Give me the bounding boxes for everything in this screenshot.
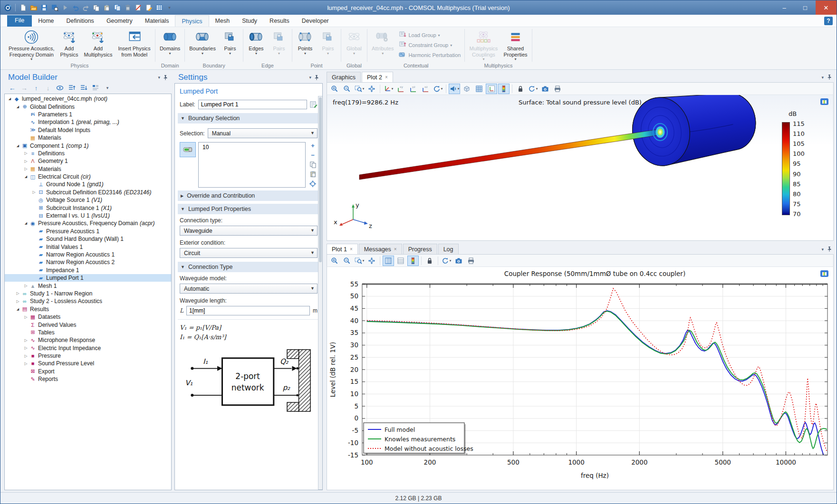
ribbon-button-points[interactable]: Points▾ <box>294 28 316 62</box>
tree-node-pressure-acoustics-1[interactable]: ▰Pressure Acoustics 1 <box>5 228 171 235</box>
play-icon[interactable] <box>60 3 69 12</box>
maximize-button[interactable]: □ <box>795 0 816 15</box>
disclosure-icon[interactable]: ▷ <box>23 167 29 171</box>
print-button[interactable] <box>465 256 477 266</box>
zoom-out-button[interactable] <box>341 84 353 94</box>
zoom-extents-button[interactable] <box>366 84 377 94</box>
copy-icon[interactable] <box>309 161 317 168</box>
tree-node-microphone-response[interactable]: ▷∿Microphone Response <box>5 336 171 344</box>
tab-close-icon[interactable]: × <box>394 247 397 252</box>
plot-1d-canvas[interactable]: -15-10-505101520253035404550551002005001… <box>327 267 834 490</box>
label-input[interactable] <box>198 100 307 109</box>
tree-node-pressure[interactable]: ▷■Pressure <box>5 352 171 360</box>
tree-node-study-1-narrow-region[interactable]: ▷∞Study 1 - Narrow Region <box>5 290 171 297</box>
tree-node-interpolation-1[interactable]: ∿Interpolation 1(preal, pimag, ...) <box>5 118 171 126</box>
tree-node-datasets[interactable]: ▷▦Datasets <box>5 313 171 321</box>
section-lumped-port-properties[interactable]: ▼ Lumped Port Properties <box>178 204 319 214</box>
back-icon[interactable]: ← <box>8 84 17 92</box>
open-file-icon[interactable] <box>29 3 38 12</box>
collapse-all-icon[interactable] <box>79 84 88 92</box>
tree-node-sound-hard-boundary-wall-1[interactable]: ▰Sound Hard Boundary (Wall) 1 <box>5 235 171 243</box>
tree-node-impedance-1[interactable]: ▰Impedance 1 <box>5 266 171 274</box>
ribbon-button-boundaries[interactable]: Boundaries▾ <box>187 28 218 62</box>
disclosure-icon[interactable]: ▷ <box>23 284 29 288</box>
lock-button[interactable] <box>515 84 526 94</box>
panel-menu-icon[interactable]: ▾ <box>821 75 824 80</box>
redo-icon[interactable] <box>81 3 90 12</box>
ribbon-button-insert-physics-from-model[interactable]: Insert Physics from Model <box>115 28 153 62</box>
crosshair-icon[interactable] <box>309 180 317 187</box>
disclosure-icon[interactable]: ◢ <box>23 221 29 225</box>
pin-icon[interactable] <box>827 73 832 82</box>
menu-tab-developer[interactable]: Developer <box>296 15 335 27</box>
graphics-3d-canvas[interactable]: freq(179)=9286.2 Hz Surface: Total sound… <box>327 95 834 241</box>
menu-tab-materials[interactable]: Materials <box>139 15 175 27</box>
add-icon[interactable]: + <box>309 142 317 149</box>
tree-node-tables[interactable]: ⊞Tables <box>5 329 171 336</box>
selection-item[interactable]: 10 <box>202 144 301 151</box>
rotate-button[interactable]: ▾ <box>432 84 443 94</box>
disclosure-icon[interactable]: ▷ <box>23 159 29 163</box>
tree-node-results[interactable]: ◢▤Results <box>5 305 171 313</box>
xgrid-button[interactable] <box>383 256 394 266</box>
selection-active-toggle[interactable] <box>180 142 196 157</box>
tree-node-pressure-acoustics-frequency-domain[interactable]: ◢◉Pressure Acoustics, Frequency Domain(a… <box>5 219 171 227</box>
section-override[interactable]: ▶ Override and Contribution <box>178 190 319 201</box>
waveguide-model-combo[interactable]: Automatic ▼ <box>180 284 317 294</box>
menu-tab-home[interactable]: Home <box>32 15 60 27</box>
tree-node-subcircuit-instance-1[interactable]: ⊞Subcircuit Instance 1(X1) <box>5 204 171 211</box>
disclosure-icon[interactable]: ▷ <box>15 291 21 295</box>
tab-close-icon[interactable]: × <box>350 247 353 252</box>
orient-button[interactable] <box>486 84 497 94</box>
print-button[interactable] <box>552 84 563 94</box>
move-up-icon[interactable]: ↑ <box>32 84 40 92</box>
show-icon[interactable] <box>56 84 64 92</box>
panel-menu-icon[interactable]: ▾ <box>309 75 311 80</box>
ribbon-button-add-physics[interactable]: Add Physics <box>58 28 81 62</box>
disclosure-icon[interactable]: ▷ <box>23 354 29 358</box>
tree-node-derived-values[interactable]: ΣDerived Values <box>5 321 171 328</box>
pin-icon[interactable] <box>163 75 168 80</box>
disclosure-icon[interactable]: ▷ <box>15 299 21 304</box>
tree-node-voltage-source-1[interactable]: ◎Voltage Source 1(V1) <box>5 196 171 204</box>
node-text-icon[interactable] <box>91 84 100 92</box>
tree-node-sound-pressure-level[interactable]: ▷■Sound Pressure Level <box>5 360 171 367</box>
tab-plot-1[interactable]: Plot 1× <box>327 244 358 254</box>
tree-node-materials[interactable]: ▷▦Materials <box>5 165 171 173</box>
lock-button[interactable] <box>424 256 435 266</box>
selection-combo[interactable]: Manual ▼ <box>208 128 317 138</box>
dropdown-small-icon[interactable]: ▾ <box>103 84 112 92</box>
selection-list[interactable]: 10 <box>198 142 306 188</box>
close-button[interactable]: ✕ <box>816 0 837 15</box>
zoom-extents-button[interactable] <box>366 256 377 266</box>
view-yz-button[interactable]: yz <box>407 84 419 94</box>
menu-tab-results[interactable]: Results <box>263 15 296 27</box>
tree-node-geometry-1[interactable]: ▷ΛGeometry 1 <box>5 157 171 165</box>
file-menu-button[interactable]: File <box>7 15 32 27</box>
save-icon[interactable] <box>39 3 48 12</box>
panel-menu-icon[interactable]: ▾ <box>158 75 160 80</box>
tree-node-subcircuit-definition-ed23146[interactable]: ▷⊡Subcircuit Definition ED23146(ED23146) <box>5 189 171 196</box>
tab-graphics[interactable]: Graphics <box>327 72 361 82</box>
duplicate-icon[interactable] <box>113 3 122 12</box>
disclosure-icon[interactable]: ▷ <box>23 346 29 350</box>
zoom-box-button[interactable]: ▾ <box>354 256 365 266</box>
disclosure-icon[interactable]: ▷ <box>23 361 29 366</box>
tree-node-definitions[interactable]: ▷≡Definitions <box>5 150 171 157</box>
tree-node-external-i-vs-u-1[interactable]: ⊟External I vs. U 1(IvsU1) <box>5 212 171 219</box>
legendbar-button[interactable] <box>407 256 419 266</box>
waveguide-length-input[interactable] <box>186 306 310 315</box>
menu-tab-physics[interactable]: Physics <box>175 15 209 27</box>
menu-tab-geometry[interactable]: Geometry <box>100 15 139 27</box>
settings-scrollbar[interactable] <box>318 96 323 490</box>
save-find-icon[interactable] <box>50 3 59 12</box>
view-xz-button[interactable]: xz <box>420 84 431 94</box>
ygrid-button[interactable] <box>395 256 406 266</box>
disclosure-icon[interactable]: ▷ <box>31 190 37 194</box>
triad-button[interactable]: ▾ <box>383 84 394 94</box>
table-icon[interactable] <box>154 3 164 12</box>
tab-log[interactable]: Log <box>438 244 459 254</box>
tab-close-icon[interactable]: × <box>385 75 388 80</box>
refresh-button[interactable]: ▾ <box>441 256 452 266</box>
tree-node-lumped-receiver-04cc-mph[interactable]: ◢◆lumped_receiver_04cc.mph(root) <box>5 95 171 103</box>
